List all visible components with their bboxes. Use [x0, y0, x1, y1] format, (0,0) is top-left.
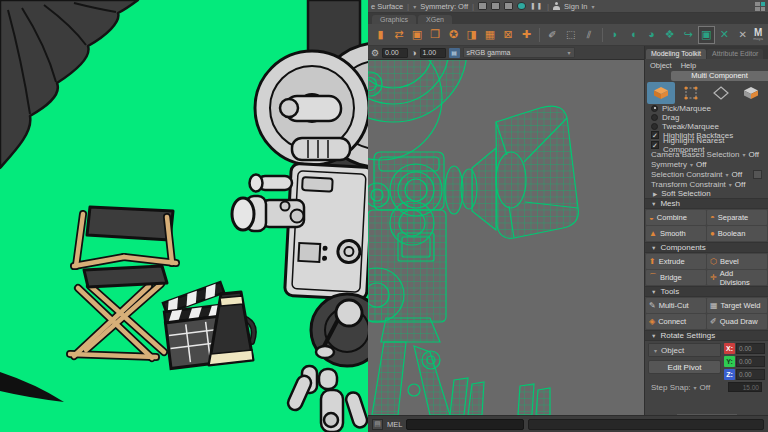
- marquee-rect-icon[interactable]: ⬚: [563, 27, 578, 43]
- multi-cut-button[interactable]: ✎Multi-Cut: [646, 298, 706, 313]
- checkbox-highlight-nearest[interactable]: ✓ Highlight Nearest Component: [645, 140, 768, 150]
- menuset-dropdown[interactable]: e Surface: [371, 2, 403, 11]
- bridge-button[interactable]: ⌒Bridge: [646, 270, 706, 285]
- sculpt-cube-icon[interactable]: ❖: [662, 27, 677, 43]
- tab-attribute-editor[interactable]: Attribute Editor: [707, 49, 763, 59]
- axis-y-field[interactable]: 0.00: [736, 356, 765, 367]
- chevron-down-icon: ▼: [651, 245, 656, 251]
- section-components[interactable]: ▼ Components: [645, 242, 768, 253]
- sculpt-erase-icon[interactable]: ✕: [717, 27, 732, 43]
- selection-constraint-option-box[interactable]: [753, 170, 762, 179]
- shelf-tab-graphics[interactable]: Graphics: [372, 15, 416, 24]
- poly-plane-icon[interactable]: ▦: [482, 27, 497, 43]
- command-line-language-label[interactable]: MEL: [387, 420, 402, 429]
- symmetry-row[interactable]: Symmetry ▾ Off: [645, 160, 768, 170]
- open-scene-icon[interactable]: [491, 2, 500, 10]
- save-scene-icon[interactable]: [504, 2, 513, 10]
- hatch-lines-icon[interactable]: ⫽: [581, 27, 596, 43]
- shelf-tab-xgen[interactable]: XGen: [418, 15, 452, 24]
- smooth-brush-icon[interactable]: ◖: [626, 27, 641, 43]
- color-management-icon[interactable]: ▤: [449, 48, 460, 58]
- section-tools[interactable]: ▼ Tools: [645, 286, 768, 297]
- chevron-down-icon: ▾: [690, 161, 693, 168]
- boolean-icon: ●: [710, 229, 715, 238]
- colorspace-dropdown[interactable]: sRGB gamma ▾: [463, 47, 575, 58]
- tab-modeling-toolkit[interactable]: Modeling Toolkit: [646, 49, 706, 59]
- target-weld-button[interactable]: ▦Target Weld: [707, 298, 767, 313]
- face-mode-icon[interactable]: [737, 82, 765, 104]
- chevron-down-icon[interactable]: ▾: [591, 3, 594, 10]
- combine-button[interactable]: ◒Combine: [646, 210, 706, 225]
- gamma-field[interactable]: 1.00: [420, 48, 446, 58]
- multicut-pen-icon[interactable]: ✐: [545, 27, 560, 43]
- poly-sphere-icon[interactable]: ✪: [446, 27, 461, 43]
- sculpt-brush-icon[interactable]: ◗: [608, 27, 623, 43]
- poly-lattice-icon[interactable]: ⊠: [501, 27, 516, 43]
- new-scene-icon[interactable]: [478, 2, 487, 10]
- section-rotate-settings[interactable]: ▼ Rotate Settings: [645, 330, 768, 341]
- boolean-button[interactable]: ●Boolean: [707, 226, 767, 241]
- gear-icon[interactable]: ⚙: [371, 48, 379, 58]
- quad-draw-button[interactable]: ✐Quad Draw: [707, 314, 767, 329]
- viewport-canvas[interactable]: [368, 60, 644, 415]
- pause-icon[interactable]: ❚❚: [530, 2, 543, 10]
- section-mesh[interactable]: ▼ Mesh: [645, 198, 768, 209]
- quad-draw-icon: ✐: [710, 317, 717, 326]
- transform-constraint-row[interactable]: Transform Constraint ▾ Off: [645, 179, 768, 189]
- maya-m-logo-icon[interactable]: Mmaya: [753, 29, 763, 40]
- multi-component-bar[interactable]: Multi Component: [671, 71, 768, 81]
- poly-cylinder-icon[interactable]: ▮: [373, 27, 388, 43]
- chevron-down-icon[interactable]: ▾: [413, 3, 416, 10]
- extrude-button[interactable]: ⬆Extrude: [646, 254, 706, 269]
- separate-icon: ◓: [710, 213, 715, 222]
- chevron-down-icon: ▼: [651, 333, 656, 339]
- extrude-icon: ⬆: [649, 257, 656, 266]
- workspace-icon[interactable]: [755, 2, 765, 11]
- poly-duplicate-icon[interactable]: ❒: [428, 27, 443, 43]
- symmetry-dropdown[interactable]: Symmetry: Off: [420, 2, 468, 11]
- add-divisions-button[interactable]: ✛Add Divisions: [707, 270, 767, 285]
- axis-x-field[interactable]: 0.00: [736, 343, 765, 354]
- step-snap-angle-field[interactable]: 15.00: [728, 382, 762, 392]
- sculpt-curve-icon[interactable]: ↪: [680, 27, 695, 43]
- command-line-result-field: [528, 419, 764, 430]
- selection-constraint-row[interactable]: Selection Constraint ▾ Off: [645, 169, 768, 179]
- sign-in-button[interactable]: Sign In: [564, 2, 587, 11]
- camera-wireframe-model[interactable]: [368, 60, 644, 415]
- pivot-axis-fields: X: 0.00 Y: 0.00 Z: 0.00: [724, 343, 765, 380]
- bevel-button[interactable]: ⬡Bevel: [707, 254, 767, 269]
- radio-pick-marquee[interactable]: Pick/Marquee: [645, 104, 768, 113]
- axis-x-label: X:: [724, 343, 735, 354]
- relax-brush-icon[interactable]: ◕: [644, 27, 659, 43]
- render-globe-icon[interactable]: [517, 2, 526, 10]
- connect-button[interactable]: ◈Connect: [646, 314, 706, 329]
- menu-object[interactable]: Object: [650, 61, 672, 69]
- step-snap-row[interactable]: Step Snap: ▾ Off 15.00: [645, 380, 768, 392]
- poly-extract-icon[interactable]: ◨: [464, 27, 479, 43]
- exposure-field[interactable]: 0.00: [382, 48, 408, 58]
- radio-tweak-marquee[interactable]: Tweak/Marquee: [645, 122, 768, 131]
- contrast-icon[interactable]: ◑: [411, 48, 416, 58]
- film-set-illustration: [0, 0, 368, 432]
- menu-help[interactable]: Help: [681, 61, 696, 69]
- chevron-down-icon: ▾: [568, 49, 571, 56]
- sculpt-frame-icon[interactable]: ▣: [699, 27, 714, 43]
- camera-based-selection-row[interactable]: Camera Based Selection ▾ Off: [645, 150, 768, 160]
- command-line-mode-icon[interactable]: ▤: [372, 419, 383, 430]
- edit-pivot-button[interactable]: Edit Pivot: [648, 360, 721, 374]
- soft-selection-header[interactable]: ▶ Soft Selection: [645, 189, 768, 198]
- axis-z-field[interactable]: 0.00: [736, 369, 765, 380]
- smooth-button[interactable]: ▲Smooth: [646, 226, 706, 241]
- vertex-mode-icon[interactable]: [677, 82, 705, 104]
- separate-button[interactable]: ◓Separate: [707, 210, 767, 225]
- poly-mirror-icon[interactable]: ⇄: [391, 27, 406, 43]
- sculpt-delete-icon[interactable]: ✕: [735, 27, 750, 43]
- object-mode-icon[interactable]: [647, 82, 675, 104]
- poly-cube-icon[interactable]: ▣: [409, 27, 424, 43]
- radio-drag[interactable]: Drag: [645, 113, 768, 122]
- pivot-object-dropdown[interactable]: ▾ Object: [648, 343, 721, 357]
- command-line-input[interactable]: [406, 419, 524, 430]
- panel-menubar: Object Help: [645, 59, 768, 70]
- edge-mode-icon[interactable]: [707, 82, 735, 104]
- poly-add-icon[interactable]: ✚: [519, 27, 534, 43]
